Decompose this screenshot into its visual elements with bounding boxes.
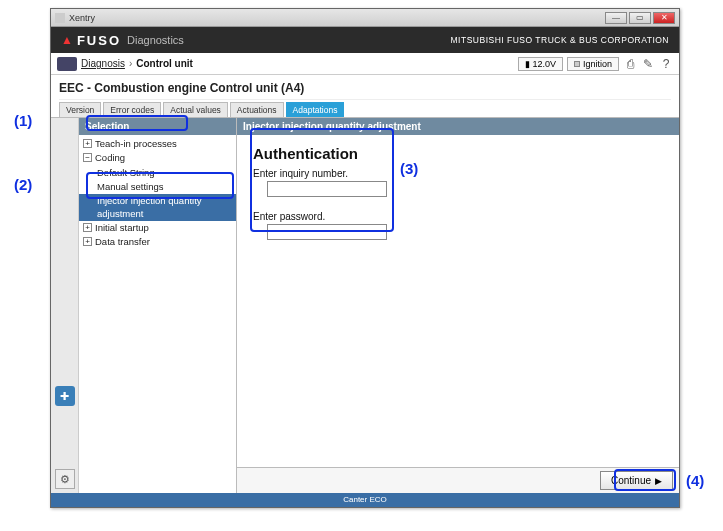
app-icon — [55, 13, 65, 23]
selection-tree: + Teach-in processes − Coding Default St… — [79, 135, 236, 493]
detail-panel: Injector injection quantity adjustment A… — [237, 118, 679, 493]
help-icon[interactable]: ? — [659, 57, 673, 71]
ignition-dot-icon — [574, 61, 580, 67]
tabs: Version Error codes Actual values Actuat… — [59, 102, 671, 117]
titlebar: Xentry — ▭ ✕ — [51, 9, 679, 27]
ignition-indicator: Ignition — [567, 57, 619, 71]
battery-icon: ▮ — [525, 59, 530, 69]
close-button[interactable]: ✕ — [653, 12, 675, 24]
password-label: Enter password. — [253, 211, 663, 222]
tab-actual-values[interactable]: Actual values — [163, 102, 228, 117]
collapse-icon[interactable]: − — [83, 153, 92, 162]
play-icon: ▶ — [655, 476, 662, 486]
sub-header: EEC - Combustion engine Control unit (A4… — [51, 75, 679, 117]
brand-bar: ▲ FUSO Diagnostics MITSUBISHI FUSO TRUCK… — [51, 27, 679, 53]
vehicle-icon[interactable] — [57, 57, 77, 71]
tree-label: Coding — [95, 152, 125, 164]
expand-icon[interactable]: + — [83, 139, 92, 148]
auth-title: Authentication — [253, 145, 663, 162]
expand-icon[interactable]: + — [83, 223, 92, 232]
tab-actuations[interactable]: Actuations — [230, 102, 284, 117]
tree-manual-settings[interactable]: Manual settings — [79, 180, 236, 194]
continue-button[interactable]: Continue ▶ — [600, 471, 673, 490]
left-rail: ✚ ⚙ — [51, 118, 79, 493]
selection-panel: Selection + Teach-in processes − Coding … — [79, 118, 237, 493]
ecu-title: EEC - Combustion engine Control unit (A4… — [59, 79, 671, 100]
inquiry-input[interactable] — [267, 181, 387, 197]
nav-bar: Diagnosis › Control unit ▮ 12.0V Ignitio… — [51, 53, 679, 75]
tree-label: Injector injection quantity adjustment — [97, 195, 232, 220]
tree-coding[interactable]: − Coding — [79, 151, 236, 165]
annotation-label-4: (4) — [686, 472, 704, 489]
tree-data-transfer[interactable]: + Data transfer — [79, 235, 236, 249]
status-bar: Canter ECO — [51, 493, 679, 507]
print-icon[interactable]: ⎙ — [623, 57, 637, 71]
detail-body: Authentication Enter inquiry number. Ent… — [237, 135, 679, 467]
gear-icon[interactable]: ⚙ — [55, 469, 75, 489]
tree-teach-in[interactable]: + Teach-in processes — [79, 137, 236, 151]
expand-icon[interactable]: + — [83, 237, 92, 246]
breadcrumb-current: Control unit — [136, 58, 193, 69]
detail-header: Injector injection quantity adjustment — [237, 118, 679, 135]
tree-label: Data transfer — [95, 236, 150, 248]
app-window: Xentry — ▭ ✕ ▲ FUSO Diagnostics MITSUBIS… — [50, 8, 680, 508]
tree-label: Manual settings — [97, 181, 164, 193]
tree-label: Teach-in processes — [95, 138, 177, 150]
tree-label: Default String — [97, 167, 155, 179]
annotation-label-2: (2) — [14, 176, 32, 193]
maximize-button[interactable]: ▭ — [629, 12, 651, 24]
inquiry-label: Enter inquiry number. — [253, 168, 663, 179]
breadcrumb-sep: › — [129, 58, 132, 69]
tree-default-string[interactable]: Default String — [79, 166, 236, 180]
voltage-value: 12.0V — [532, 59, 556, 69]
brand-sub: Diagnostics — [127, 34, 184, 46]
tab-error-codes[interactable]: Error codes — [103, 102, 161, 117]
detail-footer: Continue ▶ — [237, 467, 679, 493]
settings-icon[interactable]: ✎ — [641, 57, 655, 71]
tree-injector-adjustment[interactable]: Injector injection quantity adjustment — [79, 194, 236, 221]
tab-version[interactable]: Version — [59, 102, 101, 117]
tree-initial-startup[interactable]: + Initial startup — [79, 221, 236, 235]
continue-label: Continue — [611, 475, 651, 486]
ignition-label: Ignition — [583, 59, 612, 69]
selection-header: Selection — [79, 118, 236, 135]
content: ✚ ⚙ Selection + Teach-in processes − Cod… — [51, 117, 679, 493]
voltage-indicator: ▮ 12.0V — [518, 57, 563, 71]
brand-name: FUSO — [77, 33, 121, 48]
tree-label: Initial startup — [95, 222, 149, 234]
window-title: Xentry — [69, 13, 95, 23]
breadcrumb-link[interactable]: Diagnosis — [81, 58, 125, 69]
password-input[interactable] — [267, 224, 387, 240]
minimize-button[interactable]: — — [605, 12, 627, 24]
diagnosis-icon[interactable]: ✚ — [55, 386, 75, 406]
annotation-label-1: (1) — [14, 112, 32, 129]
tab-adaptations[interactable]: Adaptations — [286, 102, 345, 117]
mitsubishi-logo-icon: ▲ — [61, 33, 73, 47]
brand-corp: MITSUBISHI FUSO TRUCK & BUS CORPORATION — [451, 35, 669, 45]
